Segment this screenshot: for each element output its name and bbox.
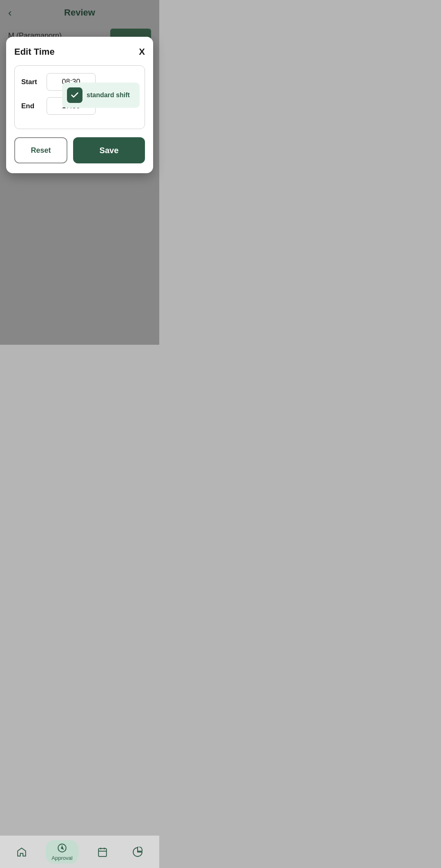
standard-shift-badge[interactable]: standard shift: [62, 83, 140, 108]
end-label: End: [21, 102, 40, 110]
modal-header: Edit Time X: [14, 47, 145, 57]
checkmark-icon: [70, 91, 79, 100]
start-label: Start: [21, 78, 40, 86]
modal-reset-button[interactable]: Reset: [14, 137, 67, 163]
modal-close-button[interactable]: X: [139, 47, 145, 56]
edit-time-modal: Edit Time X Start 08:30 End 17:30: [6, 37, 153, 173]
shift-check-box: [67, 87, 82, 103]
shift-label: standard shift: [87, 91, 130, 99]
modal-title: Edit Time: [14, 47, 55, 57]
modal-actions: Reset Save: [14, 137, 145, 163]
modal-save-button[interactable]: Save: [73, 137, 145, 163]
modal-overlay: Edit Time X Start 08:30 End 17:30: [0, 0, 159, 345]
time-section: Start 08:30 End 17:30 standard shift: [14, 65, 145, 129]
